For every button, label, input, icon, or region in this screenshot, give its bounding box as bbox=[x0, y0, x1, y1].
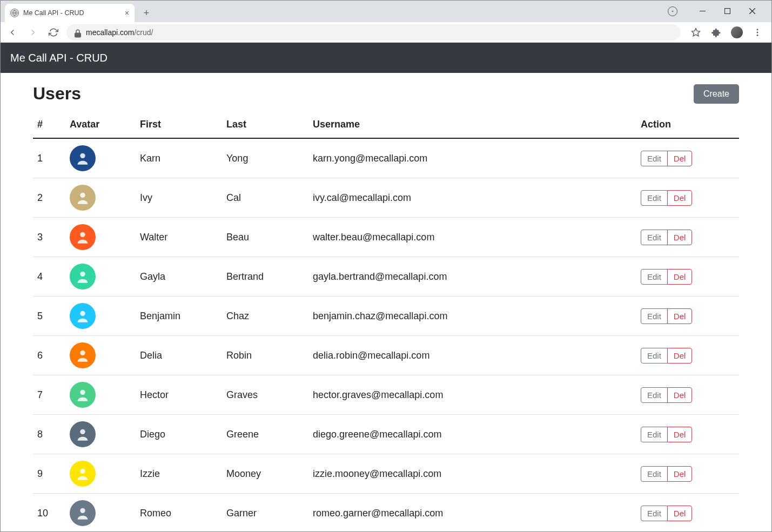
profile-avatar[interactable] bbox=[730, 26, 743, 39]
lock-icon bbox=[73, 29, 80, 36]
cell-idx: 2 bbox=[33, 178, 65, 218]
cell-username: diego.greene@mecallapi.com bbox=[308, 415, 636, 454]
edit-button[interactable]: Edit bbox=[641, 506, 668, 521]
edit-button[interactable]: Edit bbox=[641, 269, 668, 285]
window-maximize-button[interactable] bbox=[720, 8, 735, 16]
cell-username: delia.robin@mecallapi.com bbox=[308, 336, 636, 375]
cell-avatar bbox=[65, 336, 136, 375]
edit-button[interactable]: Edit bbox=[641, 230, 668, 245]
url-text: mecallapi.com/crud/ bbox=[86, 28, 153, 37]
cell-last: Beau bbox=[222, 218, 308, 257]
svg-point-7 bbox=[757, 29, 758, 30]
col-header-avatar: Avatar bbox=[65, 113, 136, 138]
browser-tab[interactable]: Me Call API - CRUD × bbox=[5, 4, 135, 22]
app-viewport: Me Call API - CRUD Users Create # Avatar… bbox=[1, 43, 771, 531]
account-icon[interactable] bbox=[668, 6, 677, 16]
svg-point-18 bbox=[80, 469, 85, 474]
row-actions: EditDel bbox=[641, 190, 692, 206]
svg-point-15 bbox=[80, 351, 85, 355]
avatar bbox=[70, 461, 96, 487]
address-bar[interactable]: mecallapi.com/crud/ bbox=[66, 24, 681, 41]
reload-button[interactable] bbox=[46, 25, 61, 40]
cell-avatar bbox=[65, 178, 136, 218]
delete-button[interactable]: Del bbox=[667, 387, 693, 403]
col-header-action: Action bbox=[636, 113, 739, 138]
avatar bbox=[70, 145, 96, 171]
row-actions: EditDel bbox=[641, 308, 692, 324]
delete-button[interactable]: Del bbox=[667, 506, 693, 521]
avatar bbox=[70, 224, 96, 250]
table-row: 5BenjaminChazbenjamin.chaz@mecallapi.com… bbox=[33, 297, 739, 336]
create-button[interactable]: Create bbox=[694, 84, 739, 104]
window-controls bbox=[662, 4, 767, 22]
edit-button[interactable]: Edit bbox=[641, 348, 668, 363]
new-tab-button[interactable]: + bbox=[139, 5, 154, 21]
avatar bbox=[70, 185, 96, 211]
extensions-icon[interactable] bbox=[710, 26, 723, 39]
users-table: # Avatar First Last Username Action 1Kar… bbox=[33, 113, 739, 531]
cell-avatar bbox=[65, 297, 136, 336]
cell-username: karn.yong@mecallapi.com bbox=[308, 138, 636, 178]
close-icon[interactable]: × bbox=[125, 9, 129, 17]
row-actions: EditDel bbox=[641, 151, 692, 166]
svg-point-9 bbox=[757, 34, 758, 36]
delete-button[interactable]: Del bbox=[667, 348, 693, 363]
delete-button[interactable]: Del bbox=[667, 190, 693, 206]
window-minimize-button[interactable] bbox=[695, 8, 710, 16]
col-header-username: Username bbox=[308, 113, 636, 138]
table-row: 9IzzieMooneyizzie.mooney@mecallapi.comEd… bbox=[33, 454, 739, 494]
cell-idx: 5 bbox=[33, 297, 65, 336]
delete-button[interactable]: Del bbox=[667, 308, 693, 324]
cell-avatar bbox=[65, 257, 136, 297]
edit-button[interactable]: Edit bbox=[641, 308, 668, 324]
cell-first: Izzie bbox=[136, 454, 222, 494]
cell-username: benjamin.chaz@mecallapi.com bbox=[308, 297, 636, 336]
cell-last: Bertrand bbox=[222, 257, 308, 297]
page-title: Users bbox=[33, 84, 81, 104]
table-row: 8DiegoGreenediego.greene@mecallapi.comEd… bbox=[33, 415, 739, 454]
cell-first: Benjamin bbox=[136, 297, 222, 336]
cell-last: Yong bbox=[222, 138, 308, 178]
delete-button[interactable]: Del bbox=[667, 230, 693, 245]
row-actions: EditDel bbox=[641, 427, 692, 442]
cell-username: hector.graves@mecallapi.com bbox=[308, 375, 636, 415]
cell-idx: 10 bbox=[33, 494, 65, 532]
row-actions: EditDel bbox=[641, 387, 692, 403]
cell-action: EditDel bbox=[636, 375, 739, 415]
avatar bbox=[70, 303, 96, 329]
row-actions: EditDel bbox=[641, 269, 692, 285]
cell-avatar bbox=[65, 494, 136, 532]
edit-button[interactable]: Edit bbox=[641, 466, 668, 482]
svg-point-8 bbox=[757, 31, 758, 33]
bookmark-icon[interactable] bbox=[689, 26, 702, 39]
cell-avatar bbox=[65, 138, 136, 178]
table-row: 1KarnYongkarn.yong@mecallapi.comEditDel bbox=[33, 138, 739, 178]
globe-icon bbox=[10, 9, 19, 17]
forward-button[interactable] bbox=[25, 25, 41, 40]
avatar bbox=[70, 264, 96, 289]
svg-point-12 bbox=[80, 232, 85, 237]
window-close-button[interactable] bbox=[744, 8, 760, 16]
cell-idx: 8 bbox=[33, 415, 65, 454]
cell-avatar bbox=[65, 454, 136, 494]
delete-button[interactable]: Del bbox=[667, 269, 693, 285]
delete-button[interactable]: Del bbox=[667, 466, 693, 482]
edit-button[interactable]: Edit bbox=[641, 151, 668, 166]
avatar bbox=[70, 421, 96, 447]
cell-action: EditDel bbox=[636, 218, 739, 257]
col-header-last: Last bbox=[222, 113, 308, 138]
table-row: 3WalterBeauwalter.beau@mecallapi.comEdit… bbox=[33, 218, 739, 257]
cell-last: Robin bbox=[222, 336, 308, 375]
table-row: 4GaylaBertrandgayla.bertrand@mecallapi.c… bbox=[33, 257, 739, 297]
table-header-row: # Avatar First Last Username Action bbox=[33, 113, 739, 138]
app-header-title: Me Call API - CRUD bbox=[10, 52, 108, 64]
edit-button[interactable]: Edit bbox=[641, 190, 668, 206]
delete-button[interactable]: Del bbox=[667, 427, 693, 442]
delete-button[interactable]: Del bbox=[667, 151, 693, 166]
cell-idx: 6 bbox=[33, 336, 65, 375]
cell-last: Mooney bbox=[222, 454, 308, 494]
edit-button[interactable]: Edit bbox=[641, 387, 668, 403]
edit-button[interactable]: Edit bbox=[641, 427, 668, 442]
back-button[interactable] bbox=[5, 25, 20, 40]
menu-icon[interactable] bbox=[751, 26, 764, 39]
